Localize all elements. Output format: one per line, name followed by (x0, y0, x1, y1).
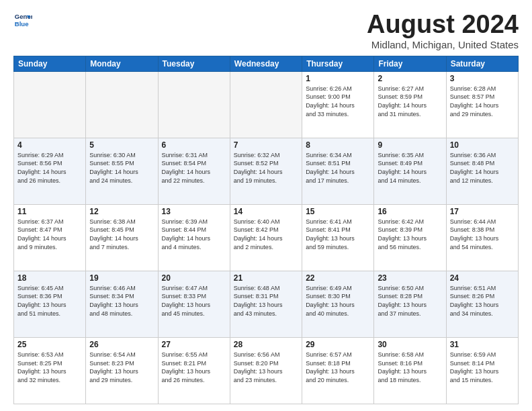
table-row: 28Sunrise: 6:56 AM Sunset: 8:20 PM Dayli… (230, 337, 302, 404)
day-number: 29 (306, 340, 370, 349)
day-number: 21 (234, 273, 298, 283)
logo-icon: General Blue (13, 11, 32, 30)
day-info: Sunrise: 6:56 AM Sunset: 8:20 PM Dayligh… (234, 351, 298, 384)
day-number: 8 (306, 140, 370, 150)
day-number: 4 (17, 140, 82, 150)
day-info: Sunrise: 6:29 AM Sunset: 8:56 PM Dayligh… (17, 151, 82, 185)
table-row: 8Sunrise: 6:34 AM Sunset: 8:51 PM Daylig… (302, 138, 374, 204)
month-title: August 2024 (367, 11, 519, 39)
col-sunday: Sunday (14, 56, 86, 71)
table-row: 30Sunrise: 6:58 AM Sunset: 8:16 PM Dayli… (374, 337, 446, 404)
table-row: 21Sunrise: 6:48 AM Sunset: 8:31 PM Dayli… (230, 271, 302, 337)
table-row: 27Sunrise: 6:55 AM Sunset: 8:21 PM Dayli… (158, 337, 230, 404)
day-info: Sunrise: 6:59 AM Sunset: 8:14 PM Dayligh… (450, 351, 515, 384)
day-info: Sunrise: 6:49 AM Sunset: 8:30 PM Dayligh… (306, 284, 370, 318)
day-info: Sunrise: 6:57 AM Sunset: 8:18 PM Dayligh… (306, 351, 370, 384)
day-number: 10 (450, 140, 515, 150)
table-row: 7Sunrise: 6:32 AM Sunset: 8:52 PM Daylig… (230, 138, 302, 204)
day-info: Sunrise: 6:42 AM Sunset: 8:39 PM Dayligh… (378, 218, 442, 251)
header-right: August 2024 Midland, Michigan, United St… (367, 11, 519, 50)
day-number: 1 (306, 74, 370, 83)
day-info: Sunrise: 6:26 AM Sunset: 9:00 PM Dayligh… (306, 85, 370, 118)
table-row: 24Sunrise: 6:51 AM Sunset: 8:26 PM Dayli… (446, 271, 518, 337)
table-row: 12Sunrise: 6:38 AM Sunset: 8:45 PM Dayli… (86, 204, 158, 271)
table-row: 5Sunrise: 6:30 AM Sunset: 8:55 PM Daylig… (86, 138, 158, 204)
table-row: 13Sunrise: 6:39 AM Sunset: 8:44 PM Dayli… (158, 204, 230, 271)
day-info: Sunrise: 6:58 AM Sunset: 8:16 PM Dayligh… (378, 351, 442, 384)
day-info: Sunrise: 6:30 AM Sunset: 8:55 PM Dayligh… (89, 151, 154, 185)
location: Midland, Michigan, United States (367, 39, 519, 50)
col-wednesday: Wednesday (230, 56, 302, 71)
day-number: 25 (17, 340, 82, 349)
day-number: 6 (162, 140, 226, 150)
table-row: 22Sunrise: 6:49 AM Sunset: 8:30 PM Dayli… (302, 271, 374, 337)
day-info: Sunrise: 6:28 AM Sunset: 8:57 PM Dayligh… (450, 85, 515, 118)
day-number: 19 (89, 273, 154, 283)
day-number: 28 (234, 340, 298, 349)
table-row: 23Sunrise: 6:50 AM Sunset: 8:28 PM Dayli… (374, 271, 446, 337)
table-row: 1Sunrise: 6:26 AM Sunset: 9:00 PM Daylig… (302, 71, 374, 138)
table-row: 16Sunrise: 6:42 AM Sunset: 8:39 PM Dayli… (374, 204, 446, 271)
table-row (230, 71, 302, 138)
day-info: Sunrise: 6:31 AM Sunset: 8:54 PM Dayligh… (162, 151, 226, 185)
day-info: Sunrise: 6:39 AM Sunset: 8:44 PM Dayligh… (162, 218, 226, 251)
day-number: 16 (378, 207, 442, 216)
table-row (14, 71, 86, 138)
table-row: 9Sunrise: 6:35 AM Sunset: 8:49 PM Daylig… (374, 138, 446, 204)
day-number: 22 (306, 273, 370, 283)
col-saturday: Saturday (446, 56, 518, 71)
svg-text:Blue: Blue (15, 20, 29, 28)
day-number: 17 (450, 207, 515, 216)
table-row: 15Sunrise: 6:41 AM Sunset: 8:41 PM Dayli… (302, 204, 374, 271)
day-info: Sunrise: 6:46 AM Sunset: 8:34 PM Dayligh… (89, 284, 154, 318)
day-info: Sunrise: 6:44 AM Sunset: 8:38 PM Dayligh… (450, 218, 515, 251)
day-number: 30 (378, 340, 442, 349)
table-row (86, 71, 158, 138)
day-info: Sunrise: 6:54 AM Sunset: 8:23 PM Dayligh… (89, 351, 154, 384)
day-number: 11 (17, 207, 82, 216)
day-number: 9 (378, 140, 442, 150)
day-info: Sunrise: 6:32 AM Sunset: 8:52 PM Dayligh… (234, 151, 298, 185)
day-info: Sunrise: 6:27 AM Sunset: 8:59 PM Dayligh… (378, 85, 442, 118)
table-row: 25Sunrise: 6:53 AM Sunset: 8:25 PM Dayli… (14, 337, 86, 404)
header-row: Sunday Monday Tuesday Wednesday Thursday… (14, 56, 519, 71)
logo: General Blue (13, 11, 32, 30)
table-row: 20Sunrise: 6:47 AM Sunset: 8:33 PM Dayli… (158, 271, 230, 337)
day-info: Sunrise: 6:36 AM Sunset: 8:48 PM Dayligh… (450, 151, 515, 185)
col-thursday: Thursday (302, 56, 374, 71)
day-info: Sunrise: 6:48 AM Sunset: 8:31 PM Dayligh… (234, 284, 298, 318)
day-number: 26 (89, 340, 154, 349)
day-info: Sunrise: 6:50 AM Sunset: 8:28 PM Dayligh… (378, 284, 442, 318)
day-number: 23 (378, 273, 442, 283)
col-friday: Friday (374, 56, 446, 71)
day-number: 14 (234, 207, 298, 216)
table-row: 17Sunrise: 6:44 AM Sunset: 8:38 PM Dayli… (446, 204, 518, 271)
table-row (158, 71, 230, 138)
table-row: 26Sunrise: 6:54 AM Sunset: 8:23 PM Dayli… (86, 337, 158, 404)
day-info: Sunrise: 6:34 AM Sunset: 8:51 PM Dayligh… (306, 151, 370, 185)
table-row: 3Sunrise: 6:28 AM Sunset: 8:57 PM Daylig… (446, 71, 518, 138)
table-row: 14Sunrise: 6:40 AM Sunset: 8:42 PM Dayli… (230, 204, 302, 271)
col-tuesday: Tuesday (158, 56, 230, 71)
day-info: Sunrise: 6:40 AM Sunset: 8:42 PM Dayligh… (234, 218, 298, 251)
table-row: 2Sunrise: 6:27 AM Sunset: 8:59 PM Daylig… (374, 71, 446, 138)
page: General Blue August 2024 Midland, Michig… (0, 0, 532, 411)
day-number: 5 (89, 140, 154, 150)
day-info: Sunrise: 6:53 AM Sunset: 8:25 PM Dayligh… (17, 351, 82, 384)
table-row: 31Sunrise: 6:59 AM Sunset: 8:14 PM Dayli… (446, 337, 518, 404)
day-info: Sunrise: 6:45 AM Sunset: 8:36 PM Dayligh… (17, 284, 82, 318)
day-info: Sunrise: 6:47 AM Sunset: 8:33 PM Dayligh… (162, 284, 226, 318)
top-area: General Blue August 2024 Midland, Michig… (13, 11, 519, 50)
day-info: Sunrise: 6:37 AM Sunset: 8:47 PM Dayligh… (17, 218, 82, 251)
day-number: 31 (450, 340, 515, 349)
table-row: 18Sunrise: 6:45 AM Sunset: 8:36 PM Dayli… (14, 271, 86, 337)
table-row: 10Sunrise: 6:36 AM Sunset: 8:48 PM Dayli… (446, 138, 518, 204)
calendar-table: Sunday Monday Tuesday Wednesday Thursday… (13, 56, 519, 404)
day-info: Sunrise: 6:38 AM Sunset: 8:45 PM Dayligh… (89, 218, 154, 251)
day-number: 13 (162, 207, 226, 216)
day-number: 3 (450, 74, 515, 83)
day-number: 12 (89, 207, 154, 216)
day-info: Sunrise: 6:41 AM Sunset: 8:41 PM Dayligh… (306, 218, 370, 251)
day-number: 24 (450, 273, 515, 283)
day-info: Sunrise: 6:35 AM Sunset: 8:49 PM Dayligh… (378, 151, 442, 185)
